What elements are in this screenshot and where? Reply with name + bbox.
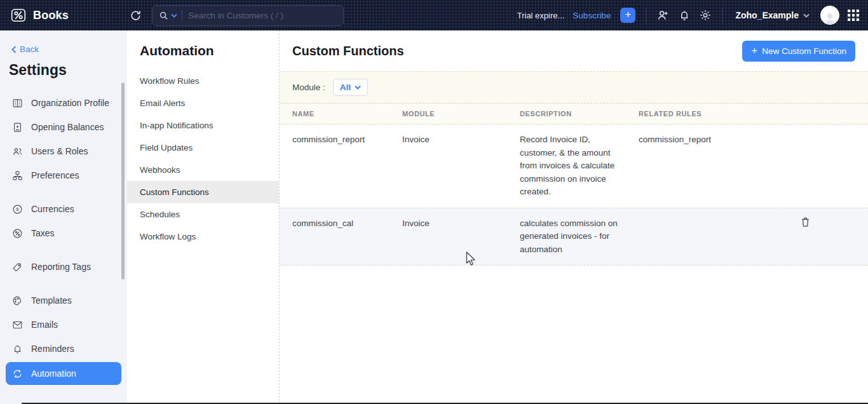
navbar-separator: [722, 8, 722, 23]
brand[interactable]: Books: [10, 7, 69, 24]
chevron-left-icon: [11, 46, 17, 53]
sidebar-item-label: Reminders: [31, 344, 74, 354]
sidebar-item-label: Opening Balances: [31, 122, 104, 132]
refresh-icon[interactable]: [130, 10, 142, 22]
sidebar-item-templates[interactable]: Templates: [0, 288, 127, 313]
search-divider: [182, 10, 182, 21]
sync-icon: [11, 368, 23, 379]
sidebar-item-label: Organization Profile: [31, 98, 109, 108]
delete-trash-icon[interactable]: [801, 217, 868, 227]
sidebar-item-taxes[interactable]: Taxes: [0, 221, 127, 245]
sidebar-item-reminders[interactable]: Reminders: [0, 337, 127, 361]
sidebar-item-reporting-tags[interactable]: Reporting Tags: [0, 255, 127, 279]
module-cell: Invoice: [402, 125, 520, 156]
avatar-silhouette-icon: [823, 11, 837, 25]
back-link[interactable]: Back: [0, 44, 127, 54]
subpanel-item-email-alerts[interactable]: Email Alerts: [127, 92, 279, 114]
description-cell: Record Invoice ID, customer, & the amoun…: [520, 125, 639, 208]
module-filter-select[interactable]: All: [333, 79, 368, 96]
sidebar-item-label: Currencies: [31, 204, 74, 214]
org-name: Zoho_Example: [735, 10, 799, 20]
mail-icon: [11, 320, 23, 330]
table-header-row: NAME MODULE DESCRIPTION RELATED RULES: [280, 104, 868, 125]
related-rules-cell: [639, 208, 788, 226]
apps-grid-icon[interactable]: [848, 10, 859, 21]
subpanel-item-field-updates[interactable]: Field Updates: [127, 137, 279, 159]
organization-icon: [11, 98, 23, 109]
percent-icon: [11, 228, 23, 239]
trial-status-text: Trial expire...: [517, 11, 565, 20]
automation-subpanel: Automation Workflow Rules Email Alerts I…: [127, 30, 280, 404]
global-search[interactable]: [152, 5, 344, 26]
brand-name: Books: [33, 9, 69, 22]
module-filter-row: Module : All: [280, 72, 868, 104]
settings-sidebar: Back Settings Organization Profile Openi…: [0, 30, 127, 404]
avatar[interactable]: [820, 6, 839, 25]
preferences-icon: [11, 170, 23, 181]
main-content: Custom Functions + New Custom Function M…: [280, 30, 868, 404]
notifications-bell-icon[interactable]: [678, 9, 691, 22]
row-actions: [788, 125, 868, 142]
table-row[interactable]: commission_cal Invoice calculates commis…: [280, 208, 868, 266]
svg-text:$: $: [16, 206, 19, 212]
org-switcher[interactable]: Zoho_Example: [735, 10, 810, 20]
function-name-link[interactable]: commission_report: [292, 125, 402, 156]
subpanel-title: Automation: [127, 43, 279, 58]
function-name-link[interactable]: commission_cal: [292, 208, 402, 239]
subpanel-item-workflow-rules[interactable]: Workflow Rules: [127, 70, 279, 92]
top-navbar: Books Trial expire... Subscribe +: [0, 0, 868, 30]
table-row[interactable]: commission_report Invoice Record Invoice…: [280, 125, 868, 208]
new-custom-function-button[interactable]: + New Custom Function: [742, 41, 855, 62]
sidebar-item-currencies[interactable]: $ Currencies: [0, 197, 127, 221]
palette-icon: [11, 295, 23, 306]
sidebar-item-label: Preferences: [31, 170, 79, 180]
subpanel-item-schedules[interactable]: Schedules: [127, 203, 279, 226]
column-header-module: MODULE: [402, 110, 520, 118]
search-scope-chevron-icon[interactable]: [171, 13, 177, 18]
search-input[interactable]: [188, 11, 315, 20]
automation-menu: Workflow Rules Email Alerts In-app Notif…: [127, 70, 279, 248]
sidebar-scrollbar[interactable]: [121, 83, 125, 279]
subpanel-item-in-app-notifications[interactable]: In-app Notifications: [127, 114, 279, 137]
chevron-down-icon: [355, 85, 361, 90]
currency-icon: $: [11, 204, 23, 215]
description-cell: calculates commission on generated invoi…: [520, 208, 639, 266]
column-header-name: NAME: [292, 110, 402, 118]
page-title: Custom Functions: [292, 44, 404, 58]
sidebar-item-organization-profile[interactable]: Organization Profile: [0, 91, 127, 115]
search-icon: [159, 11, 168, 20]
settings-menu: Organization Profile Opening Balances Us…: [0, 91, 127, 404]
new-button-label: New Custom Function: [762, 46, 846, 56]
sidebar-item-automation[interactable]: Automation: [6, 362, 121, 385]
sidebar-item-label: Reporting Tags: [31, 262, 91, 272]
sidebar-item-label: Automation: [31, 368, 76, 379]
main-header: Custom Functions + New Custom Function: [280, 30, 868, 72]
related-rule-link[interactable]: commission_report: [639, 125, 788, 156]
sidebar-item-label: Users & Roles: [31, 146, 88, 156]
column-header-related-rules: RELATED RULES: [639, 110, 788, 118]
opening-balances-icon: [11, 122, 23, 133]
sidebar-item-opening-balances[interactable]: Opening Balances: [0, 115, 127, 139]
users-icon: [11, 146, 23, 157]
subscribe-link[interactable]: Subscribe: [573, 11, 611, 20]
subpanel-item-webhooks[interactable]: Webhooks: [127, 159, 279, 181]
subpanel-item-workflow-logs[interactable]: Workflow Logs: [127, 226, 279, 248]
plus-icon: +: [751, 44, 757, 57]
navbar-separator: [646, 8, 646, 23]
books-logo-icon: [10, 7, 27, 24]
add-user-icon[interactable]: [656, 9, 670, 22]
module-filter-value: All: [340, 83, 351, 92]
chevron-down-icon: [803, 13, 810, 18]
reminder-bell-icon: [11, 344, 23, 354]
settings-gear-icon[interactable]: [699, 9, 712, 22]
sidebar-item-preferences[interactable]: Preferences: [0, 163, 127, 187]
quick-create-button[interactable]: +: [620, 8, 635, 23]
sidebar-item-label: Templates: [31, 295, 72, 306]
back-label: Back: [20, 44, 39, 54]
sidebar-item-users-roles[interactable]: Users & Roles: [0, 139, 127, 163]
module-cell: Invoice: [402, 208, 520, 239]
sidebar-item-label: Emails: [31, 320, 58, 330]
sidebar-item-emails[interactable]: Emails: [0, 313, 127, 337]
subpanel-item-custom-functions[interactable]: Custom Functions: [127, 181, 279, 203]
module-filter-label: Module :: [292, 83, 325, 92]
